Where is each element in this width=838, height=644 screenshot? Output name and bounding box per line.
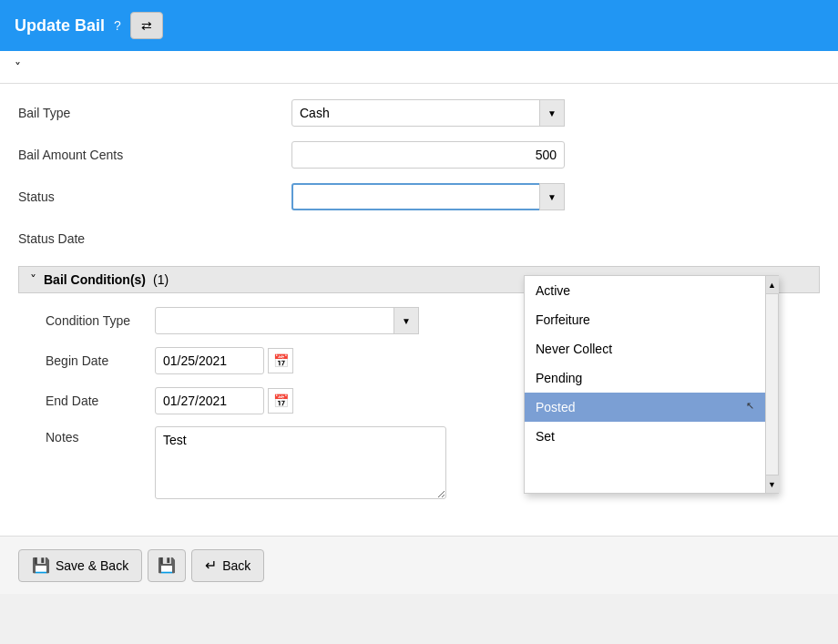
bail-type-row: Bail Type ▼	[18, 98, 820, 128]
bail-type-dropdown-arrow[interactable]: ▼	[539, 99, 565, 127]
begin-date-input[interactable]	[155, 347, 264, 374]
dropdown-scrollbar: ▲ ▼	[765, 276, 778, 493]
back-label: Back	[222, 558, 250, 573]
bail-type-label: Bail Type	[18, 106, 291, 120]
dropdown-item-active[interactable]: Active	[525, 276, 765, 305]
status-select-wrapper: ▼	[291, 183, 565, 210]
dropdown-item-pending[interactable]: Pending	[525, 363, 765, 393]
begin-date-wrapper: 📅	[155, 347, 293, 374]
save-back-label: Save & Back	[56, 558, 128, 573]
begin-date-label: Begin Date	[18, 353, 155, 368]
status-dropdown-overlay: Active Forfeiture Never Collect Pending …	[524, 275, 779, 494]
bail-type-input[interactable]	[291, 99, 565, 127]
content-area: Bail Type ▼ Bail Amount Cents Status ▼ S…	[0, 84, 838, 594]
scrollbar-down-arrow[interactable]: ▼	[766, 475, 779, 493]
dropdown-item-forfeiture[interactable]: Forfeiture	[525, 305, 765, 334]
condition-type-arrow[interactable]: ▼	[393, 307, 419, 334]
chevron-bar[interactable]: ˅	[0, 51, 838, 84]
bail-type-wrapper: ▼	[291, 99, 565, 127]
bail-amount-row: Bail Amount Cents	[18, 140, 820, 169]
end-date-input[interactable]	[155, 387, 264, 414]
dropdown-item-never-collect[interactable]: Never Collect	[525, 334, 765, 363]
help-icon[interactable]: ?	[114, 18, 121, 33]
condition-type-label: Condition Type	[18, 313, 155, 328]
end-date-label: End Date	[18, 394, 155, 408]
header: Update Bail ? ⇄	[0, 0, 838, 51]
bail-conditions-count: (1)	[153, 272, 169, 287]
status-dropdown-arrow[interactable]: ▼	[539, 183, 565, 210]
status-date-row: Status Date	[18, 224, 820, 253]
bail-amount-input[interactable]	[291, 141, 565, 169]
page-title: Update Bail	[15, 16, 105, 36]
back-button[interactable]: ↵ Back	[191, 549, 264, 582]
floppy-save-button[interactable]: 💾	[148, 549, 186, 582]
condition-type-input[interactable]	[155, 307, 419, 334]
back-icon: ↵	[205, 557, 217, 574]
floppy-icon: 💾	[158, 557, 176, 574]
end-date-calendar-icon[interactable]: 📅	[268, 388, 293, 414]
begin-date-calendar-icon[interactable]: 📅	[268, 348, 293, 373]
save-back-button[interactable]: 💾 Save & Back	[18, 549, 142, 582]
end-date-wrapper: 📅	[155, 387, 293, 414]
save-back-icon: 💾	[32, 557, 50, 574]
dropdown-item-set[interactable]: Set	[525, 422, 765, 451]
refresh-icon: ⇄	[141, 18, 152, 33]
status-label: Status	[18, 189, 291, 204]
cursor-pointer-icon: ↖	[746, 400, 754, 412]
bail-amount-label: Bail Amount Cents	[18, 148, 291, 162]
scrollbar-up-arrow[interactable]: ▲	[766, 276, 779, 294]
footer: 💾 Save & Back 💾 ↵ Back	[0, 536, 838, 594]
collapse-icon: ˅	[30, 272, 36, 287]
condition-type-wrapper: ▼	[155, 307, 419, 334]
status-row: Status ▼	[18, 182, 820, 211]
refresh-button[interactable]: ⇄	[130, 12, 163, 39]
notes-label: Notes	[18, 426, 155, 445]
status-date-label: Status Date	[18, 231, 291, 246]
notes-textarea[interactable]: Test	[155, 426, 446, 499]
dropdown-item-posted[interactable]: Posted ↖	[525, 393, 765, 422]
status-input[interactable]	[291, 183, 565, 210]
bail-conditions-title: Bail Condition(s)	[44, 272, 146, 287]
chevron-icon: ˅	[15, 60, 21, 75]
